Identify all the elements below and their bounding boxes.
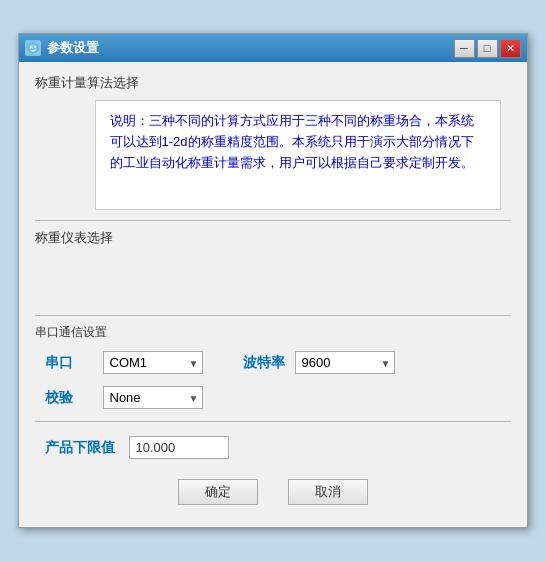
confirm-button[interactable]: 确定 bbox=[178, 479, 258, 505]
title-bar: 参数设置 ─ □ ✕ bbox=[19, 34, 527, 62]
product-limit-label: 产品下限值 bbox=[45, 439, 115, 457]
svg-point-1 bbox=[30, 46, 32, 48]
window-body: 称重计量算法选择 说明：三种不同的计算方式应用于三种不同的称重场合，本系统可以达… bbox=[19, 62, 527, 527]
parity-wrapper: None Odd Even ▼ bbox=[103, 386, 203, 409]
baud-label: 波特率 bbox=[243, 354, 285, 372]
port-baud-row: 串口 COM1 COM2 COM3 COM4 ▼ 波特率 9600 4800 bbox=[35, 351, 511, 374]
product-limit-input[interactable] bbox=[129, 436, 229, 459]
cancel-button[interactable]: 取消 bbox=[288, 479, 368, 505]
divider-2 bbox=[35, 315, 511, 316]
window-controls: ─ □ ✕ bbox=[454, 39, 521, 58]
serial-port-select[interactable]: COM1 COM2 COM3 COM4 bbox=[103, 351, 203, 374]
window-icon bbox=[25, 40, 41, 56]
maximize-button[interactable]: □ bbox=[477, 39, 498, 58]
divider-3 bbox=[35, 421, 511, 422]
parity-label: 校验 bbox=[45, 389, 95, 407]
svg-point-2 bbox=[34, 46, 36, 48]
parity-row: 校验 None Odd Even ▼ bbox=[35, 386, 511, 409]
description-text: 说明：三种不同的计算方式应用于三种不同的称重场合，本系统可以达到1-2d的称重精… bbox=[110, 113, 474, 170]
serial-port-wrapper: COM1 COM2 COM3 COM4 ▼ bbox=[103, 351, 203, 374]
minimize-button[interactable]: ─ bbox=[454, 39, 475, 58]
instrument-section: 称重仪表选择 bbox=[35, 229, 511, 305]
algorithm-label: 称重计量算法选择 bbox=[35, 74, 511, 92]
window-title: 参数设置 bbox=[47, 39, 454, 57]
baud-rate-wrapper: 9600 4800 19200 38400 115200 ▼ bbox=[295, 351, 395, 374]
main-window: 参数设置 ─ □ ✕ 称重计量算法选择 说明：三种不同的计算方式应用于三种不同的… bbox=[18, 33, 528, 528]
close-button[interactable]: ✕ bbox=[500, 39, 521, 58]
algorithm-section: 称重计量算法选择 说明：三种不同的计算方式应用于三种不同的称重场合，本系统可以达… bbox=[35, 74, 511, 210]
instruments-area bbox=[35, 255, 511, 305]
product-limit-section: 产品下限值 bbox=[35, 430, 511, 463]
divider-1 bbox=[35, 220, 511, 221]
description-box: 说明：三种不同的计算方式应用于三种不同的称重场合，本系统可以达到1-2d的称重精… bbox=[95, 100, 501, 210]
serial-section: 串口通信设置 串口 COM1 COM2 COM3 COM4 ▼ 波特率 96 bbox=[35, 324, 511, 409]
baud-rate-select[interactable]: 9600 4800 19200 38400 115200 bbox=[295, 351, 395, 374]
parity-select[interactable]: None Odd Even bbox=[103, 386, 203, 409]
button-row: 确定 取消 bbox=[35, 479, 511, 511]
serial-label: 串口通信设置 bbox=[35, 324, 511, 341]
instrument-label: 称重仪表选择 bbox=[35, 229, 511, 247]
serial-port-label: 串口 bbox=[45, 354, 95, 372]
